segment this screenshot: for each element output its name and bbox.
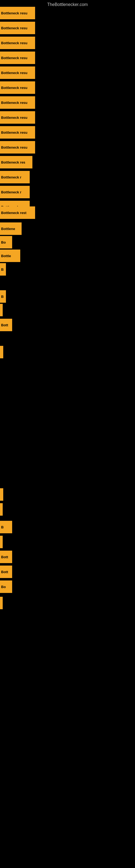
bottleneck-bar-17: Bottle xyxy=(0,250,20,262)
bottleneck-bar-16: Bo xyxy=(0,236,12,248)
bottleneck-bar-6: Bottleneck resu xyxy=(0,96,35,109)
bottleneck-bar-15: Bottlene xyxy=(0,222,21,235)
bottleneck-bar-23 xyxy=(0,488,3,501)
bottleneck-bar-19: B xyxy=(0,290,6,303)
bottleneck-bar-22 xyxy=(0,346,3,358)
bottleneck-bar-20 xyxy=(0,304,3,316)
bottleneck-bar-11: Bottleneck r xyxy=(0,171,30,183)
bottleneck-bar-2: Bottleneck resu xyxy=(0,37,35,49)
bottleneck-bar-10: Bottleneck res xyxy=(0,156,32,168)
bottleneck-bar-8: Bottleneck resu xyxy=(0,126,35,138)
bottleneck-bar-1: Bottleneck resu xyxy=(0,22,35,34)
bottleneck-bar-28: Bott xyxy=(0,565,12,578)
bottleneck-bar-26 xyxy=(0,536,3,548)
bottleneck-bar-24 xyxy=(0,503,3,516)
bottleneck-bar-18: B xyxy=(0,263,6,276)
bottleneck-bar-3: Bottleneck resu xyxy=(0,52,35,64)
bottleneck-bar-29: Bo xyxy=(0,581,12,593)
bottleneck-bar-0: Bottleneck resu xyxy=(0,7,35,19)
bottleneck-bar-7: Bottleneck resu xyxy=(0,111,35,124)
bottleneck-bar-27: Bott xyxy=(0,551,12,563)
bottleneck-bar-12: Bottleneck r xyxy=(0,186,30,198)
bottleneck-bar-5: Bottleneck resu xyxy=(0,82,35,94)
bottleneck-bar-30 xyxy=(0,597,3,609)
bottleneck-bar-14: Bottleneck rest xyxy=(0,207,35,219)
bottleneck-bar-4: Bottleneck resu xyxy=(0,66,35,79)
bottleneck-bar-21: Bott xyxy=(0,319,12,331)
bottleneck-bar-9: Bottleneck resu xyxy=(0,141,35,154)
bottleneck-bar-25: B xyxy=(0,521,12,533)
